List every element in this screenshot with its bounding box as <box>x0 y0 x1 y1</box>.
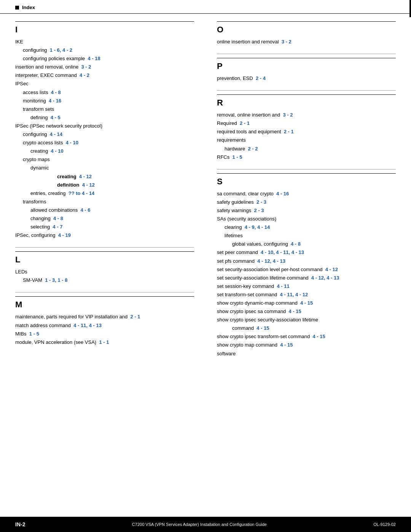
link-set-transform[interactable]: 4 - 11, 4 - 12 <box>280 292 308 297</box>
entry-set-sa-lifetime: set security-association lifetime comman… <box>217 274 396 282</box>
entry-maintenance: maintenance, parts required for VIP inst… <box>15 313 194 346</box>
link-hardware[interactable]: 2 - 2 <box>248 146 258 152</box>
link-smvam[interactable]: 1 - 3, 1 - 8 <box>45 277 67 283</box>
link-show-dynamic-map[interactable]: 4 - 15 <box>300 300 313 306</box>
section-I: I IKE configuring 1 - 6, 4 - 2 configuri… <box>15 21 194 240</box>
entry-show-ipsec-sa: show crypto ipsec sa command 4 - 15 <box>217 307 396 316</box>
entry-software: software <box>217 350 396 358</box>
link-sa[interactable]: 4 - 16 <box>276 191 289 197</box>
link-global-values[interactable]: 4 - 8 <box>291 241 301 247</box>
entry-ipsec-dynamic-definition: definition 4 - 12 <box>15 181 194 189</box>
section-P: P prevention, ESD 2 - 4 <box>217 54 396 83</box>
entry-set-session-key: set session-key command 4 - 11 <box>217 282 396 291</box>
entry-removal: removal, online insertion and 3 - 2 Requ… <box>217 111 396 161</box>
link-ipsec-dynamic-creating[interactable]: 4 - 12 <box>79 174 92 179</box>
link-required[interactable]: 2 - 1 <box>240 120 250 126</box>
link-show-ipsec-sa[interactable]: 4 - 15 <box>289 308 301 314</box>
entry-ipsec-dynamic-creating: creating 4 - 12 <box>15 173 194 181</box>
link-ipsec-changing[interactable]: 4 - 8 <box>53 216 63 221</box>
entry-sa-label: sa command, clear crypto 4 - 16 <box>217 190 396 198</box>
link-ike-policies[interactable]: 4 - 18 <box>88 56 100 61</box>
entry-ipsec-configuring: IPSec, configuring 4 - 19 <box>15 231 194 240</box>
divider-L <box>15 247 194 248</box>
section-S: S sa command, clear crypto 4 - 16 safety… <box>217 169 396 358</box>
footer-page-num: IN-2 <box>15 521 25 527</box>
link-rfcs[interactable]: 1 - 5 <box>232 154 242 160</box>
link-online[interactable]: 3 - 2 <box>282 39 292 45</box>
entry-online-label: online insertion and removal 3 - 2 <box>217 38 396 46</box>
entry-required: Required 2 - 1 <box>217 119 396 128</box>
entry-leds-label: LEDs <box>15 268 194 276</box>
section-letter-I: I <box>15 21 194 35</box>
entry-show-crypto-map: show crypto map command 4 - 15 <box>217 341 396 349</box>
entry-global-values: global values, configuring 4 - 8 <box>217 240 396 248</box>
link-ipsec-allowed[interactable]: 4 - 6 <box>81 207 91 213</box>
entry-ipsec-creating-access: creating 4 - 10 <box>15 147 194 155</box>
link-safety-guidelines[interactable]: 2 - 3 <box>256 199 266 205</box>
entry-ipsec-transforms: transforms <box>15 198 194 206</box>
section-O: O online insertion and removal 3 - 2 <box>217 21 396 46</box>
entry-ipsec: IPSec <box>15 80 194 88</box>
link-ipsec-dynamic-definition[interactable]: 4 - 12 <box>82 182 95 188</box>
header-right-bar <box>409 0 411 17</box>
entry-interpreter: interpreter, EXEC command 4 - 2 <box>15 71 194 80</box>
link-removal[interactable]: 3 - 2 <box>283 112 293 118</box>
entry-ipsec-crypto-access: crypto access lists 4 - 10 <box>15 139 194 147</box>
entry-set-pfs: set pfs command 4 - 12, 4 - 13 <box>217 257 396 265</box>
entry-required-tools: required tools and equipment 2 - 1 <box>217 128 396 136</box>
entry-rfcs: RFCs 1 - 5 <box>217 153 396 161</box>
link-ipsec-crypto-access[interactable]: 4 - 10 <box>66 140 78 145</box>
entry-set-transform: set transform-set command 4 - 11, 4 - 12 <box>217 291 396 299</box>
entry-insertion: insertion and removal, online 3 - 2 <box>15 63 194 71</box>
entry-sa: sa command, clear crypto 4 - 16 safety g… <box>217 190 396 358</box>
entry-ipsec-access: access lists 4 - 8 <box>15 88 194 97</box>
link-interpreter[interactable]: 4 - 2 <box>80 72 89 78</box>
entry-ipsec-defining: defining 4 - 5 <box>15 113 194 122</box>
link-ipsec-access[interactable]: 4 - 8 <box>51 89 61 95</box>
entry-show-ipsec-transform: show crypto ipsec transform-set command … <box>217 332 396 341</box>
entry-set-sa-level: set security-association level per-host … <box>217 265 396 274</box>
link-match[interactable]: 4 - 11, 4 - 13 <box>73 323 102 328</box>
link-set-sa-level[interactable]: 4 - 12 <box>325 267 338 272</box>
section-M: M maintenance, parts required for VIP in… <box>15 292 194 346</box>
entry-prevention-label: prevention, ESD 2 - 4 <box>217 74 396 83</box>
link-insertion[interactable]: 3 - 2 <box>81 64 91 70</box>
entry-ike-policies: configuring policies example 4 - 18 <box>15 54 194 63</box>
link-set-sa-lifetime[interactable]: 4 - 12, 4 - 13 <box>311 275 339 281</box>
link-set-session-key[interactable]: 4 - 11 <box>277 283 290 289</box>
link-show-ipsec-sa-lifetime[interactable]: 4 - 15 <box>256 325 269 331</box>
link-prevention[interactable]: 2 - 4 <box>256 75 266 81</box>
link-show-ipsec-transform[interactable]: 4 - 15 <box>312 334 325 339</box>
entry-module: module, VPN acceleration (see VSA) 1 - 1 <box>15 338 194 347</box>
section-letter-R: R <box>217 94 396 108</box>
link-safety-warnings[interactable]: 2 - 3 <box>254 208 264 213</box>
link-ipsec-full-config[interactable]: 4 - 14 <box>50 131 62 137</box>
link-mibs[interactable]: 1 - 5 <box>29 331 39 337</box>
section-letter-S: S <box>217 173 396 187</box>
link-ipsec-configuring[interactable]: 4 - 19 <box>58 232 71 238</box>
entry-safety-warnings: safety warnings 2 - 3 <box>217 206 396 215</box>
link-ipsec-entries[interactable]: ?? to 4 - 14 <box>68 190 95 196</box>
link-ipsec-monitoring[interactable]: 4 - 16 <box>49 98 61 104</box>
link-ipsec-defining[interactable]: 4 - 5 <box>51 115 61 120</box>
entry-mibs: MIBs 1 - 5 <box>15 330 194 338</box>
link-show-crypto-map[interactable]: 4 - 15 <box>280 342 293 348</box>
link-module[interactable]: 1 - 1 <box>99 339 109 345</box>
link-required-tools[interactable]: 2 - 1 <box>284 129 294 134</box>
link-ipsec-creating-access[interactable]: 4 - 10 <box>51 148 63 154</box>
link-clearing[interactable]: 4 - 9, 4 - 14 <box>245 224 270 230</box>
entry-safety-guidelines: safety guidelines 2 - 3 <box>217 198 396 206</box>
entry-show-dynamic-map: show crypto dynamic-map command 4 - 15 <box>217 299 396 307</box>
link-maintenance[interactable]: 2 - 1 <box>131 314 140 320</box>
section-R: R removal, online insertion and 3 - 2 Re… <box>217 90 396 161</box>
entry-sas: SAs (security associations) <box>217 215 396 223</box>
divider-M <box>15 292 194 292</box>
link-ipsec-selecting[interactable]: 4 - 7 <box>53 224 63 230</box>
entry-ike-label: IKE <box>15 38 194 46</box>
link-set-pfs[interactable]: 4 - 12, 4 - 13 <box>257 258 285 264</box>
entry-ipsec-monitoring: monitoring 4 - 16 <box>15 97 194 105</box>
header: Index <box>0 0 411 14</box>
link-ike-configuring[interactable]: 1 - 6, 4 - 2 <box>50 47 72 53</box>
link-set-peer[interactable]: 4 - 10, 4 - 11, 4 - 13 <box>261 249 304 255</box>
section-letter-P: P <box>217 58 396 71</box>
